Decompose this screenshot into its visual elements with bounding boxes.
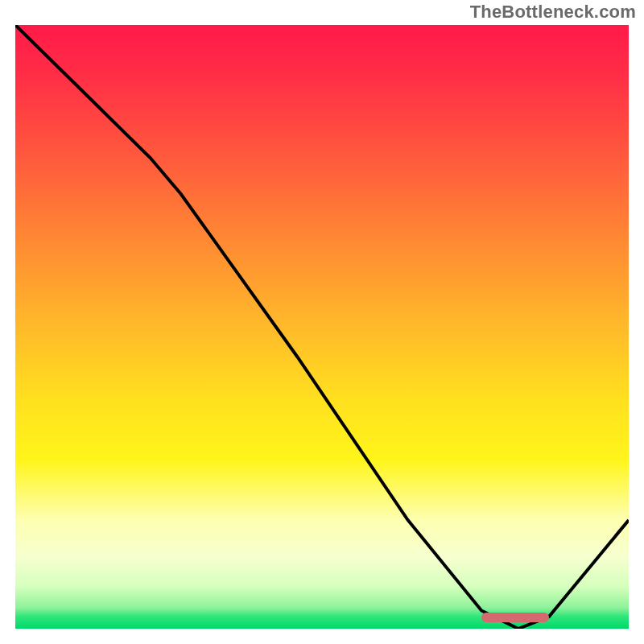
optimal-range-marker xyxy=(481,613,549,622)
chart-stage: TheBottleneck.com xyxy=(0,0,644,644)
plot-gradient xyxy=(15,25,629,629)
plot-frame xyxy=(10,20,634,634)
